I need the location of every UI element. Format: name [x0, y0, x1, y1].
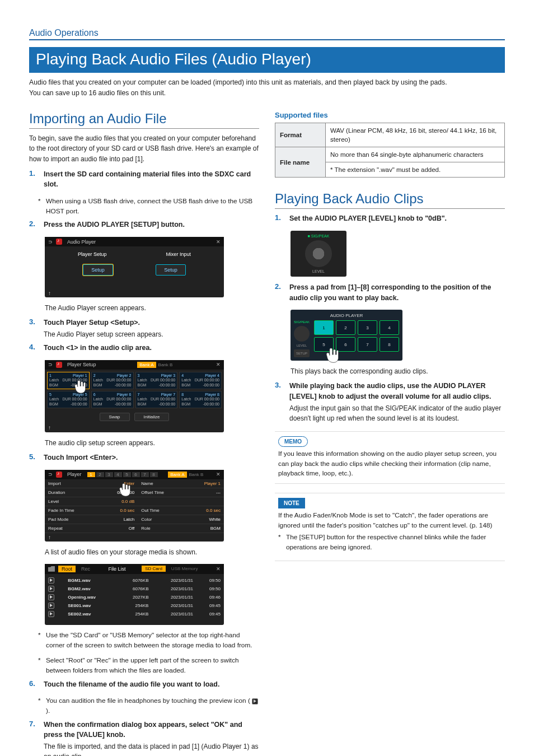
- step-3: 3. Touch Player Setup <Setup>. The Audio…: [29, 318, 259, 339]
- shot-title: Player: [67, 472, 82, 477]
- pb-step-3-caption: Adjust the input gain so that the SIG/PE…: [289, 403, 505, 423]
- step-7: 7. When the confirmation dialog box appe…: [29, 720, 259, 756]
- step-number: 1.: [275, 213, 284, 225]
- tab: Mixer Input: [166, 251, 191, 257]
- close-icon: ✕: [216, 239, 221, 245]
- audio-player-screenshot: ⊃Audio Player✕ Player SetupMixer Input S…: [45, 237, 224, 297]
- import-lead: To begin, save the audio files that you …: [29, 133, 259, 165]
- step-6-text: Touch the filename of the audio file you…: [44, 679, 259, 690]
- step-5-caption: A list of audio files on your storage me…: [45, 548, 259, 556]
- file-list-screenshot: Root Rec File List SD Card USB Memory ✕ …: [45, 564, 224, 625]
- back-icon: ⊃: [48, 362, 53, 367]
- player-detail-screenshot: ⊃Player 12345678 Bank ABank B ✕ ImportEn…: [45, 470, 224, 542]
- pb-step-2-text: Press a pad from [1]–[8] corresponding t…: [289, 282, 505, 304]
- close-icon: ✕: [216, 362, 221, 367]
- pb-step-1-text: Set the AUDIO PLAYER [LEVEL] knob to "0d…: [289, 213, 505, 224]
- music-icon: [56, 472, 62, 478]
- setup-button: Setup: [83, 264, 113, 276]
- sig-peak-label: SIG/PEAK: [294, 320, 310, 324]
- pad-cell: 2Player 2LatchDUR 00:00:00BGM-00:00:00: [91, 372, 134, 389]
- note-box: NOTE If the Audio Fader/Knob Mode is set…: [275, 493, 505, 561]
- step-number: 3.: [275, 381, 284, 423]
- step-1-text: Insert the SD card containing material f…: [44, 169, 259, 190]
- ap-pad: 6: [336, 337, 355, 352]
- step-1-note: *When using a USB flash drive, connect t…: [38, 197, 259, 216]
- supported-heading: Supported files: [275, 111, 505, 119]
- note-sub: The [SETUP] button for the respective ch…: [286, 533, 502, 552]
- initialize-button: Initialize: [134, 413, 170, 421]
- sd-note: *Use the "SD Card" or "USB Memory" selec…: [38, 631, 259, 650]
- intro-line-1: Audio files that you created on your com…: [29, 77, 505, 88]
- step-2-caption: The Audio Player screen appears.: [45, 304, 259, 312]
- step-6-note: *You can audition the file in headphones…: [38, 696, 259, 716]
- format-value: WAV (Linear PCM, 48 kHz, 16 bit, stereo/…: [326, 123, 505, 147]
- format-header: Format: [275, 123, 326, 147]
- rec-tab: Rec: [79, 566, 92, 572]
- bank-b: Bank B: [156, 362, 175, 368]
- pad-cell: 4Player 4LatchDUR 00:00:00BGM-00:00:00: [179, 372, 222, 389]
- memo-body: If you leave this information showing on…: [278, 449, 502, 479]
- ap-pad: 7: [358, 337, 377, 352]
- folder-icon: [48, 566, 55, 572]
- swap-button: Swap: [100, 413, 130, 421]
- back-icon: ⊃: [48, 472, 53, 477]
- audio-player-pad-screenshot: AUDIO PLAYER SIG/PEAK LEVEL SETUP 1 2 3 …: [291, 310, 402, 361]
- file-row: SE002.wav254KB2023/01/3109:45: [45, 610, 224, 618]
- ap-title: AUDIO PLAYER: [294, 313, 399, 318]
- pb-step-3: 3. While playing back the audio clips, u…: [275, 381, 505, 423]
- step-1: 1. Insert the SD card containing materia…: [29, 169, 259, 192]
- filename-header: File name: [275, 147, 326, 178]
- import-heading: Importing an Audio File: [29, 111, 259, 129]
- bank-a: Bank A: [137, 362, 156, 368]
- step-5-text: Touch Import <Enter>.: [44, 452, 259, 463]
- step-number: 1.: [29, 169, 38, 192]
- memo-tag: MEMO: [278, 436, 308, 447]
- step-5: 5. Touch Import <Enter>.: [29, 452, 259, 464]
- step-number: 2.: [275, 282, 284, 305]
- step-number: 4.: [29, 343, 38, 354]
- ap-pad: 5: [314, 337, 334, 352]
- step-3-caption: The Audio Player setup screen appears.: [44, 329, 259, 339]
- pb-step-2-caption: This plays back the corresponding audio …: [291, 367, 505, 375]
- root-note: *Select "Root" or "Rec" in the upper lef…: [38, 656, 259, 675]
- note-body: If the Audio Fader/Knob Mode is set to "…: [278, 511, 502, 530]
- file-list-label: File List: [109, 566, 126, 572]
- note-tag: NOTE: [278, 498, 305, 508]
- step-4-text: Touch <1> in the audio clip area.: [44, 343, 259, 353]
- ap-pad: 4: [380, 320, 399, 335]
- pb-step-3-text: While playing back the audio clips, use …: [289, 381, 505, 402]
- pad-cell: 1Player 1LatchDUR 00:00:00BGM-00:00:00: [47, 372, 90, 389]
- step-number: 6.: [29, 679, 38, 691]
- step-4-caption: The audio clip setup screen appears.: [45, 439, 259, 447]
- usb-tab: USB Memory: [169, 566, 200, 572]
- back-icon: ⊃: [48, 239, 53, 245]
- pad-cell: 6Player 6LatchDUR 00:00:00BGM-00:00:00: [91, 391, 134, 408]
- pad-cell: 8Player 8LatchDUR 00:00:00BGM-00:00:00: [179, 391, 222, 408]
- bank-b: Bank B: [187, 472, 206, 478]
- step-number: 7.: [29, 720, 38, 756]
- pad-cell: 3Player 3LatchDUR 00:00:00BGM-00:00:00: [135, 372, 178, 389]
- root-tab: Root: [58, 566, 76, 572]
- left-column: Importing an Audio File To begin, save t…: [29, 111, 259, 756]
- music-icon: [56, 362, 62, 368]
- shot-title: Player Setup: [67, 362, 96, 367]
- shot-title: Audio Player: [67, 239, 96, 245]
- file-row: Opening.wav2027KB2023/01/3109:46: [45, 593, 224, 601]
- supported-table: FormatWAV (Linear PCM, 48 kHz, 16 bit, s…: [275, 123, 505, 178]
- bank-a: Bank A: [168, 472, 186, 478]
- playback-heading: Playing Back Audio Clips: [275, 191, 505, 209]
- level-knob: [294, 326, 310, 342]
- pb-step-1: 1. Set the AUDIO PLAYER [LEVEL] knob to …: [275, 213, 505, 225]
- memo-box: MEMO If you leave this information showi…: [275, 431, 505, 484]
- step-7-text: When the confirmation dialog box appears…: [44, 720, 259, 741]
- ap-pad: 2: [336, 320, 355, 335]
- ap-pad: 1: [314, 320, 334, 335]
- close-icon: ✕: [216, 472, 221, 477]
- sd-card-tab: SD Card: [142, 566, 166, 572]
- step-6: 6. Touch the filename of the audio file …: [29, 679, 259, 691]
- ap-pad: 8: [380, 337, 399, 352]
- setup-button: Setup: [156, 264, 186, 276]
- pad-cell: 7Player 7LatchDUR 00:00:00BGM-00:00:00: [135, 391, 178, 408]
- right-column: Supported files FormatWAV (Linear PCM, 4…: [275, 111, 505, 756]
- level-knob-image: ■ SIG/PEAK LEVEL: [291, 231, 346, 277]
